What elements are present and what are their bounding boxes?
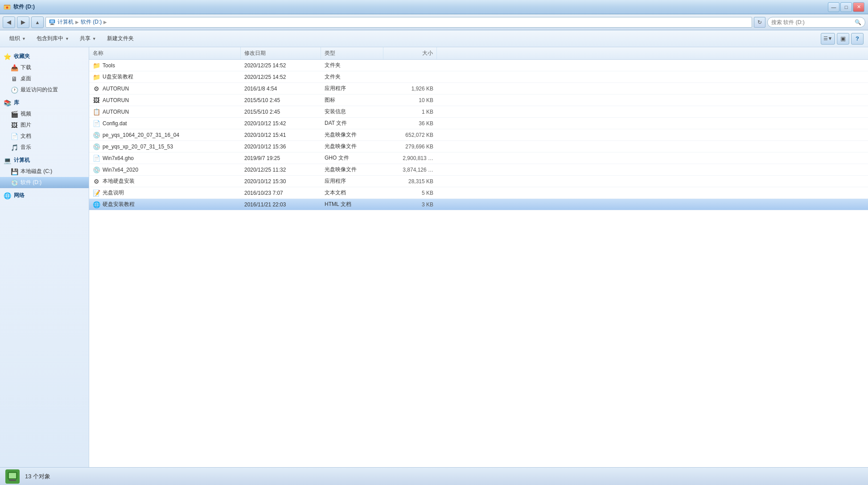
file-icon: ⚙ xyxy=(93,85,100,92)
sidebar-item-drive-d[interactable]: 💿 软件 (D:) xyxy=(0,177,89,188)
sidebar-item-music[interactable]: 🎵 音乐 xyxy=(0,142,89,153)
table-row[interactable]: 📄 Win7x64.gho 2019/9/7 19:25 GHO 文件 2,90… xyxy=(89,152,868,164)
favorites-icon: ⭐ xyxy=(4,53,11,60)
breadcrumb-drive[interactable]: 软件 (D:) xyxy=(81,18,102,26)
sidebar-item-picture[interactable]: 🖼 图片 xyxy=(0,119,89,131)
col-header-type[interactable]: 类型 xyxy=(321,47,383,59)
sidebar-item-video[interactable]: 🎬 视频 xyxy=(0,108,89,119)
minimize-button[interactable]: — xyxy=(828,2,839,12)
download-icon: 📥 xyxy=(11,64,18,71)
status-bar: 13 个对象 xyxy=(0,467,868,485)
preview-pane-button[interactable]: ▣ xyxy=(837,33,849,45)
include-library-button[interactable]: 包含到库中 ▼ xyxy=(32,33,74,45)
file-date-cell: 2020/10/12 15:30 xyxy=(241,176,321,187)
file-icon: 📁 xyxy=(93,74,100,81)
view-options-button[interactable]: ☰▼ xyxy=(821,33,835,45)
table-row[interactable]: 📋 AUTORUN 2015/5/10 2:45 安装信息 1 KB xyxy=(89,106,868,118)
file-name: Win7x64.gho xyxy=(103,155,134,161)
forward-button[interactable]: ▶ xyxy=(17,16,29,28)
svg-rect-5 xyxy=(51,24,53,25)
search-icon[interactable]: 🔍 xyxy=(855,19,861,25)
breadcrumb-computer[interactable]: 计算机 xyxy=(58,18,74,26)
title-bar-left: 软件 (D:) xyxy=(4,3,35,11)
file-icon: 💿 xyxy=(93,132,100,139)
new-folder-button[interactable]: 新建文件夹 xyxy=(102,33,139,45)
library-icon: 📚 xyxy=(4,99,11,107)
sidebar-header-library[interactable]: 📚 库 xyxy=(0,97,89,108)
file-size-cell: 279,696 KB xyxy=(383,141,437,152)
file-size-cell: 1,926 KB xyxy=(383,83,437,94)
picture-icon: 🖼 xyxy=(11,122,18,129)
svg-rect-10 xyxy=(9,480,16,481)
search-bar[interactable]: 🔍 xyxy=(767,17,865,28)
file-size-cell: 10 KB xyxy=(383,95,437,106)
toolbar: 组织 ▼ 包含到库中 ▼ 共享 ▼ 新建文件夹 ☰▼ ▣ ? xyxy=(0,30,868,47)
sidebar-item-drive-c[interactable]: 💾 本地磁盘 (C:) xyxy=(0,166,89,177)
table-row[interactable]: 🖼 AUTORUN 2015/5/10 2:45 图标 10 KB xyxy=(89,95,868,106)
file-icon: 🌐 xyxy=(93,201,100,208)
table-row[interactable]: 📄 Config.dat 2020/10/12 15:42 DAT 文件 36 … xyxy=(89,118,868,129)
file-name: U盘安装教程 xyxy=(103,73,133,81)
file-name: 光盘说明 xyxy=(103,189,124,197)
search-input[interactable] xyxy=(771,19,853,25)
file-name: Config.dat xyxy=(103,120,127,127)
sidebar-item-recent[interactable]: 🕐 最近访问的位置 xyxy=(0,84,89,95)
sidebar-header-computer[interactable]: 💻 计算机 xyxy=(0,155,89,166)
share-arrow: ▼ xyxy=(92,37,96,41)
file-size-cell: 1 KB xyxy=(383,106,437,117)
file-type-cell: 文本文档 xyxy=(321,187,383,198)
sidebar-section-network: 🌐 网络 xyxy=(0,190,89,201)
computer-sidebar-icon: 💻 xyxy=(4,157,11,164)
file-icon: 📝 xyxy=(93,189,100,197)
col-header-name[interactable]: 名称 xyxy=(89,47,241,59)
table-row[interactable]: 📁 Tools 2020/12/25 14:52 文件夹 xyxy=(89,60,868,71)
file-date-cell: 2020/10/12 15:36 xyxy=(241,141,321,152)
table-row[interactable]: 📝 光盘说明 2016/10/23 7:07 文本文档 5 KB xyxy=(89,187,868,199)
table-row[interactable]: 🌐 硬盘安装教程 2016/11/21 22:03 HTML 文档 3 KB xyxy=(89,199,868,210)
up-button[interactable]: ▲ xyxy=(31,16,44,28)
file-icon: 📋 xyxy=(93,108,100,115)
file-name-cell: 💿 pe_yqs_xp_20_07_31_15_53 xyxy=(89,141,241,152)
table-row[interactable]: 📁 U盘安装教程 2020/12/25 14:52 文件夹 xyxy=(89,71,868,83)
music-icon: 🎵 xyxy=(11,144,18,151)
sidebar-item-download[interactable]: 📥 下载 xyxy=(0,62,89,73)
file-type-cell: 应用程序 xyxy=(321,83,383,94)
table-row[interactable]: ⚙ AUTORUN 2016/1/8 4:54 应用程序 1,926 KB xyxy=(89,83,868,95)
sidebar-section-favorites: ⭐ 收藏夹 📥 下载 🖥 桌面 🕐 最近访问的位置 xyxy=(0,51,89,95)
file-date-cell: 2020/12/25 14:52 xyxy=(241,60,321,71)
file-icon: 🖼 xyxy=(93,97,100,104)
refresh-button[interactable]: ↻ xyxy=(754,17,765,28)
sidebar-header-network[interactable]: 🌐 网络 xyxy=(0,190,89,201)
svg-rect-4 xyxy=(50,20,54,23)
col-header-date[interactable]: 修改日期 xyxy=(241,47,321,59)
file-size-cell: 3 KB xyxy=(383,199,437,210)
file-type-cell: 文件夹 xyxy=(321,71,383,82)
col-header-size[interactable]: 大小 xyxy=(383,47,437,59)
table-row[interactable]: 💿 pe_yqs_1064_20_07_31_16_04 2020/10/12 … xyxy=(89,129,868,141)
back-button[interactable]: ◀ xyxy=(3,16,15,28)
sidebar-item-document[interactable]: 📄 文档 xyxy=(0,131,89,142)
breadcrumb[interactable]: 计算机 ▶ 软件 (D:) ▶ xyxy=(45,17,752,28)
file-name-cell: 💿 Win7x64_2020 xyxy=(89,164,241,175)
help-button[interactable]: ? xyxy=(851,33,864,45)
table-row[interactable]: ⚙ 本地硬盘安装 2020/10/12 15:30 应用程序 28,315 KB xyxy=(89,176,868,187)
drive-c-icon: 💾 xyxy=(11,168,18,175)
sidebar-item-desktop[interactable]: 🖥 桌面 xyxy=(0,73,89,84)
address-bar: ◀ ▶ ▲ 计算机 ▶ 软件 (D:) ▶ ↻ 🔍 xyxy=(0,14,868,30)
table-row[interactable]: 💿 pe_yqs_xp_20_07_31_15_53 2020/10/12 15… xyxy=(89,141,868,152)
organize-button[interactable]: 组织 ▼ xyxy=(4,33,31,45)
maximize-button[interactable]: □ xyxy=(840,2,852,12)
file-name-cell: ⚙ AUTORUN xyxy=(89,83,241,94)
svg-point-2 xyxy=(6,6,8,8)
file-date-cell: 2020/12/25 14:52 xyxy=(241,71,321,82)
share-button[interactable]: 共享 ▼ xyxy=(75,33,101,45)
include-library-arrow: ▼ xyxy=(65,37,69,41)
network-icon: 🌐 xyxy=(4,192,11,199)
table-row[interactable]: 💿 Win7x64_2020 2020/12/25 11:32 光盘映像文件 3… xyxy=(89,164,868,176)
recent-icon: 🕐 xyxy=(11,86,18,94)
close-button[interactable]: ✕ xyxy=(853,2,864,12)
sidebar-header-favorites[interactable]: ⭐ 收藏夹 xyxy=(0,51,89,62)
file-icon: 💿 xyxy=(93,166,100,173)
file-name-cell: 📁 Tools xyxy=(89,60,241,71)
file-list: 📁 Tools 2020/12/25 14:52 文件夹 📁 U盘安装教程 20… xyxy=(89,60,868,210)
